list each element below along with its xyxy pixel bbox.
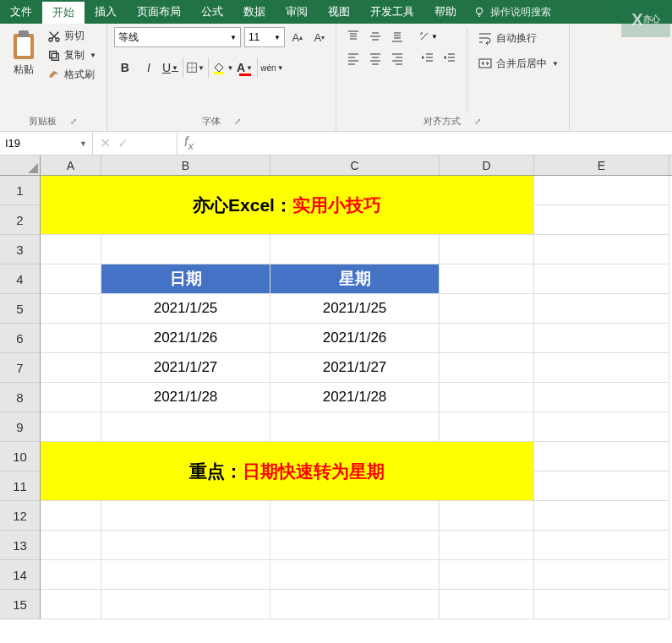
cell-a5[interactable] (41, 294, 101, 324)
cell-d14[interactable] (440, 560, 534, 590)
cell-b14[interactable] (101, 560, 270, 590)
tab-view[interactable]: 视图 (318, 0, 360, 24)
tab-data[interactable]: 数据 (233, 0, 276, 24)
cell-b15[interactable] (101, 590, 270, 619)
row-header-11[interactable]: 11 (0, 471, 41, 501)
cell-c9[interactable] (270, 412, 440, 442)
row-header-14[interactable]: 14 (0, 560, 41, 590)
cell-e7[interactable] (534, 353, 669, 383)
cell-b7[interactable]: 2021/1/27 (101, 353, 270, 383)
row-header-8[interactable]: 8 (0, 383, 41, 412)
cell-c3[interactable] (270, 235, 440, 264)
cell-a13[interactable] (41, 531, 101, 560)
cell-d9[interactable] (440, 412, 534, 442)
cell-e9[interactable] (534, 412, 669, 442)
row-header-10[interactable]: 10 (0, 442, 41, 471)
cell-e12[interactable] (534, 501, 669, 531)
bold-button[interactable]: B (114, 57, 136, 78)
align-bottom-button[interactable] (387, 27, 407, 46)
row-header-3[interactable]: 3 (0, 235, 41, 264)
cell-b6[interactable]: 2021/1/26 (101, 324, 270, 353)
cell-e5[interactable] (534, 294, 669, 324)
decrease-font-button[interactable]: A▾ (310, 27, 329, 47)
cell-c13[interactable] (270, 531, 440, 560)
alignment-expand-icon[interactable]: ⤢ (474, 117, 481, 126)
cut-button[interactable]: 剪切 (44, 27, 100, 45)
cell-e3[interactable] (534, 235, 669, 264)
cell-e13[interactable] (534, 531, 669, 560)
cell-e8[interactable] (534, 383, 669, 412)
align-top-button[interactable] (343, 27, 363, 46)
tab-insert[interactable]: 插入 (85, 0, 127, 24)
font-size-select[interactable]: 11▼ (244, 27, 285, 47)
merged-footer-cell[interactable]: 重点：日期快速转为星期 (41, 442, 534, 501)
cell-d13[interactable] (440, 531, 534, 560)
align-left-button[interactable] (343, 49, 363, 68)
decrease-indent-button[interactable] (418, 49, 438, 68)
cell-a6[interactable] (41, 324, 101, 353)
cell-c7[interactable]: 2021/1/27 (270, 353, 440, 383)
align-right-button[interactable] (387, 49, 407, 68)
row-header-13[interactable]: 13 (0, 531, 41, 560)
select-all-corner[interactable] (0, 155, 41, 175)
cell-e11[interactable] (534, 471, 669, 501)
tell-me-search[interactable]: 操作说明搜索 (473, 0, 551, 24)
font-color-button[interactable]: A▼ (236, 57, 258, 78)
copy-button[interactable]: 复制▼ (44, 46, 100, 64)
row-header-4[interactable]: 4 (0, 264, 41, 294)
tab-home[interactable]: 开始 (42, 0, 85, 24)
borders-button[interactable]: ▼ (187, 57, 209, 78)
clipboard-expand-icon[interactable]: ⤢ (70, 117, 77, 126)
enter-formula-icon[interactable]: ✓ (117, 135, 128, 151)
cancel-formula-icon[interactable]: ✕ (100, 135, 111, 151)
tab-formulas[interactable]: 公式 (191, 0, 233, 24)
row-header-1[interactable]: 1 (0, 176, 41, 205)
cell-c8[interactable]: 2021/1/28 (270, 383, 440, 412)
cell-a8[interactable] (41, 383, 101, 412)
increase-font-button[interactable]: A▴ (288, 27, 307, 47)
tab-page-layout[interactable]: 页面布局 (127, 0, 191, 24)
cell-c5[interactable]: 2021/1/25 (270, 294, 440, 324)
align-middle-button[interactable] (365, 27, 385, 46)
cell-d12[interactable] (440, 501, 534, 531)
cell-a4[interactable] (41, 264, 101, 294)
cell-c6[interactable]: 2021/1/26 (270, 324, 440, 353)
wrap-text-button[interactable]: 自动换行 (474, 27, 562, 49)
row-header-7[interactable]: 7 (0, 353, 41, 383)
fill-color-button[interactable]: ▼ (212, 57, 234, 78)
cell-c4[interactable]: 星期 (270, 264, 440, 294)
cell-b5[interactable]: 2021/1/25 (101, 294, 270, 324)
cell-e2[interactable] (534, 205, 669, 235)
cell-d4[interactable] (440, 264, 534, 294)
col-header-d[interactable]: D (440, 155, 534, 175)
col-header-a[interactable]: A (41, 155, 101, 175)
cell-a12[interactable] (41, 501, 101, 531)
row-header-6[interactable]: 6 (0, 324, 41, 353)
col-header-b[interactable]: B (101, 155, 270, 175)
cell-a9[interactable] (41, 412, 101, 442)
paste-button[interactable]: 粘贴 (7, 27, 41, 113)
cell-a3[interactable] (41, 235, 101, 264)
tab-developer[interactable]: 开发工具 (360, 0, 424, 24)
phonetic-button[interactable]: wén▼ (261, 57, 283, 78)
cell-e6[interactable] (534, 324, 669, 353)
name-box[interactable]: I19 ▼ (0, 132, 93, 155)
cell-d3[interactable] (440, 235, 534, 264)
col-header-e[interactable]: E (534, 155, 669, 175)
cell-c12[interactable] (270, 501, 440, 531)
tab-review[interactable]: 审阅 (276, 0, 318, 24)
cell-e14[interactable] (534, 560, 669, 590)
row-header-5[interactable]: 5 (0, 294, 41, 324)
cell-e4[interactable] (534, 264, 669, 294)
font-expand-icon[interactable]: ⤢ (234, 117, 241, 126)
cell-e1[interactable] (534, 176, 669, 205)
cell-d7[interactable] (440, 353, 534, 383)
cell-b13[interactable] (101, 531, 270, 560)
cell-d8[interactable] (440, 383, 534, 412)
row-header-15[interactable]: 15 (0, 590, 41, 619)
row-header-2[interactable]: 2 (0, 205, 41, 235)
underline-button[interactable]: U▼ (161, 57, 183, 78)
cell-e10[interactable] (534, 442, 669, 471)
row-header-9[interactable]: 9 (0, 412, 41, 442)
align-center-button[interactable] (365, 49, 385, 68)
